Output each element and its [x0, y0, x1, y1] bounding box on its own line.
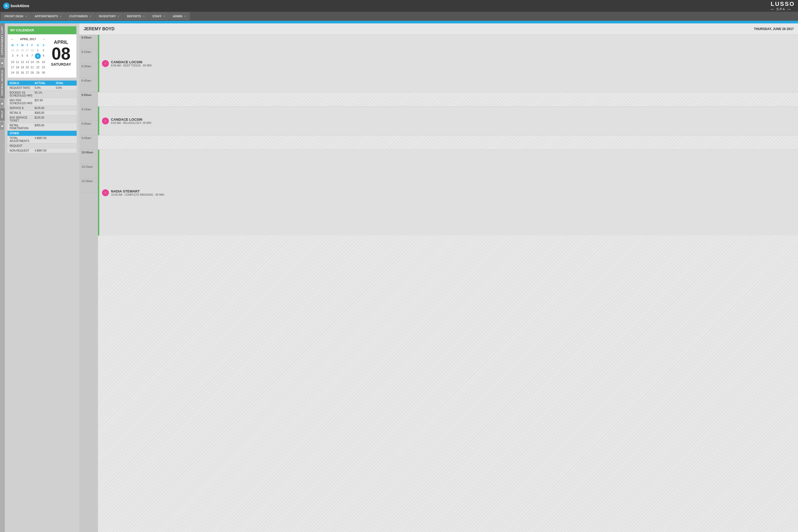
time-slot: 10:00am [79, 150, 98, 164]
sidebar-tab-central-search[interactable]: CENTRAL SEARCH [0, 67, 5, 98]
sidebar-tabs: APPOINTMENT CART ◀ CENTRAL SEARCH ◀ HELP… [0, 23, 5, 532]
nav-inventory[interactable]: INVENTORY ▼ [95, 13, 123, 20]
cal-day[interactable]: 22 [35, 65, 41, 70]
nav-admin-label: ADMIN [173, 15, 182, 18]
appointment-block-2[interactable]: ♀ CANDACE LOCSIN 8:00 AM - RELAXOLOGY- 3… [98, 107, 798, 135]
row-label: BOOKED VS SCHEDULED HRS [10, 91, 35, 97]
appointment-client-2: CANDACE LOCSIN [111, 117, 151, 121]
time-slot: 8:15am [79, 49, 98, 63]
appointment-info-1: CANDACE LOCSIN 8:00 AM - DEEP TISSUE - 6… [111, 60, 151, 67]
appointment-detail-1: 8:00 AM - DEEP TISSUE - 60 MIN [111, 64, 151, 67]
cal-day[interactable]: 30 [41, 70, 46, 75]
cal-day[interactable]: 3 [11, 53, 15, 59]
row-label: NON-REQUEST [10, 149, 35, 152]
big-date-day: 08 [51, 45, 71, 62]
other-row: TOTAL ADJUSTMENTS 4 $887.00 [7, 136, 77, 144]
calendar-grid: M T W T F S S 24 25 26 27 28 [11, 43, 46, 75]
cal-day[interactable]: 17 [11, 65, 15, 70]
cal-day[interactable]: 27 [25, 70, 29, 75]
cal-day[interactable]: 21 [30, 65, 34, 70]
goals-row: SERVICE $ $135.00 [7, 106, 77, 111]
lusso-subtitle: SPA [770, 7, 795, 11]
cal-day[interactable]: 26 [20, 70, 24, 75]
cal-day[interactable]: 16 [41, 60, 46, 64]
cal-day[interactable]: 20 [25, 65, 29, 70]
cal-day-selected[interactable]: 8 [35, 53, 41, 59]
sidebar-toggle-help[interactable]: ◀ [0, 122, 4, 130]
nav-staff[interactable]: STAFF ▼ [149, 13, 169, 20]
cal-day[interactable]: 25 [15, 48, 19, 53]
cal-day[interactable]: 27 [25, 48, 29, 53]
cal-day[interactable]: 23 [41, 65, 46, 70]
time-slot: 9:30am [79, 121, 98, 135]
prev-month-button[interactable]: ← [11, 37, 14, 41]
cal-day[interactable]: 15 [35, 60, 41, 64]
cal-day[interactable]: 5 [20, 53, 24, 59]
accent-bar [0, 21, 798, 23]
appointment-block-1[interactable]: ♀ CANDACE LOCSIN 8:00 AM - DEEP TISSUE -… [98, 35, 798, 92]
nav-appointments[interactable]: APPOINTMENTS ▼ [31, 13, 65, 20]
cal-day[interactable]: 12 [20, 60, 24, 64]
cal-day[interactable]: 14 [30, 60, 34, 64]
sidebar-toggle-search[interactable]: ◀ [0, 99, 4, 108]
nav-customers[interactable]: CUSTOMERS ▼ [66, 13, 95, 20]
sidebar-toggle-apt[interactable]: ◀ [0, 59, 4, 67]
apt-row [98, 92, 798, 107]
goals-row: REV PER SCHEDULED HRS $37.69 [7, 98, 77, 106]
sidebar-tab-help[interactable]: HELP [0, 108, 5, 121]
row-label: RETAIL $ [10, 111, 35, 114]
cal-day[interactable]: 28 [30, 70, 34, 75]
cal-day[interactable]: 26 [20, 48, 24, 53]
chevron-down-icon: ▼ [163, 15, 165, 18]
cal-day[interactable]: 6 [25, 53, 29, 59]
cal-day[interactable]: 7 [30, 53, 34, 59]
cal-day[interactable]: 28 [30, 48, 34, 53]
cal-day[interactable]: 4 [15, 53, 19, 59]
row-label: REQUEST [10, 144, 35, 147]
row-goal [56, 91, 74, 97]
appointment-block-3[interactable]: ♀ NADIA STEWART 10:00 AM - COMPLETE MASS… [98, 150, 798, 235]
cal-day[interactable]: 10 [11, 60, 15, 64]
appointment-avatar-3: ♀ [102, 189, 109, 196]
cal-day[interactable]: 24 [11, 48, 15, 53]
cal-day[interactable]: 24 [11, 70, 15, 75]
lusso-name: LUSSO [770, 1, 795, 7]
nav-front-desk-label: FRONT DESK [4, 15, 24, 18]
schedule-header: JEREMY BOYD THURSDAY, JUNE 26 2017 [79, 23, 798, 35]
goals-label: GOALS [10, 82, 35, 84]
row-goal [56, 116, 74, 122]
next-month-button[interactable]: → [42, 37, 46, 41]
chevron-down-icon: ▼ [143, 15, 145, 18]
nav-admin[interactable]: ADMIN ▼ [169, 13, 189, 20]
sidebar-tab-appointment-cart[interactable]: APPOINTMENT CART [0, 23, 5, 58]
goals-header: GOALS ACTUAL GOAL [7, 80, 77, 86]
cal-day[interactable]: 2 [41, 48, 46, 53]
cal-day[interactable]: 13 [25, 60, 29, 64]
time-column: 8:00am 8:15am 8:30am 8:45am 9:00am 9:15a… [79, 35, 98, 532]
cal-day[interactable]: 25 [15, 70, 19, 75]
chevron-down-icon: ▼ [184, 15, 186, 18]
cal-day[interactable]: 11 [15, 60, 19, 64]
appointment-info-3: NADIA STEWART 10:00 AM - COMPLETE MASSAG… [111, 189, 164, 196]
row-label: SERVICE $ [10, 107, 35, 110]
cal-day[interactable]: 29 [35, 70, 41, 75]
cal-day[interactable]: 1 [35, 48, 41, 53]
cal-day[interactable]: 9 [41, 53, 46, 59]
nav-reports[interactable]: REPORTS ▼ [124, 13, 148, 20]
staff-name: JEREMY BOYD [84, 26, 114, 31]
lusso-logo: LUSSO SPA [770, 1, 795, 12]
chevron-down-icon: ▼ [60, 15, 62, 18]
day-header-s: S [35, 43, 41, 47]
day-header-t2: T [25, 43, 29, 47]
goals-row: AVG SERVICE TICKET $135.00 [7, 115, 77, 123]
appointment-client-3: NADIA STEWART [111, 189, 164, 193]
cal-day[interactable]: 19 [20, 65, 24, 70]
chevron-down-icon: ▼ [25, 15, 28, 18]
nav-front-desk[interactable]: FRONT DESK ▼ [1, 13, 31, 20]
right-panel: JEREMY BOYD THURSDAY, JUNE 26 2017 8:00a… [79, 23, 798, 532]
row-goal: 0.0% [56, 87, 74, 89]
chevron-down-icon: ▼ [117, 15, 120, 18]
cal-day[interactable]: 18 [15, 65, 19, 70]
goals-row: REQUEST RATE 0.0% 0.0% [7, 86, 77, 90]
row-actual: $135.00 [35, 116, 56, 122]
